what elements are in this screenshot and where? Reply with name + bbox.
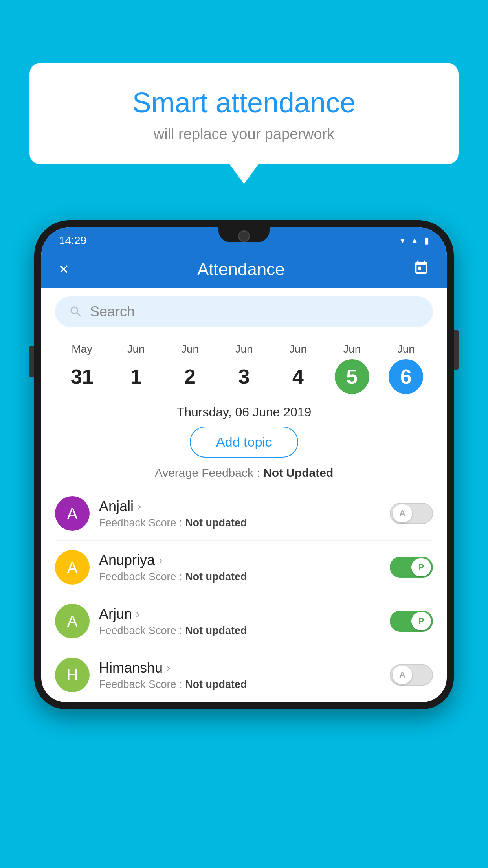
attendance-toggle[interactable]: A	[390, 664, 433, 686]
phone-side-button-left	[29, 346, 34, 377]
attendance-toggle[interactable]: A	[390, 503, 433, 524]
date-number: 2	[173, 359, 207, 394]
student-info: Himanshu ›Feedback Score : Not updated	[99, 660, 380, 691]
student-avatar: A	[55, 496, 90, 531]
speech-bubble: Smart attendance will replace your paper…	[29, 63, 459, 164]
avg-feedback-value: Not Updated	[263, 466, 333, 479]
student-feedback: Feedback Score : Not updated	[99, 625, 380, 637]
bubble-subtitle: will replace your paperwork	[53, 126, 435, 143]
average-feedback: Average Feedback : Not Updated	[41, 466, 447, 480]
student-feedback: Feedback Score : Not updated	[99, 517, 380, 529]
date-item-3[interactable]: Jun3	[227, 343, 261, 394]
date-item-4[interactable]: Jun4	[281, 343, 315, 394]
add-topic-button[interactable]: Add topic	[190, 427, 298, 458]
student-item: AAnjali ›Feedback Score : Not updatedA	[55, 487, 433, 541]
date-item-5[interactable]: Jun5	[335, 343, 369, 394]
toggle-knob: P	[411, 612, 431, 630]
date-number: 5	[335, 359, 369, 394]
student-info: Anupriya ›Feedback Score : Not updated	[99, 552, 380, 583]
search-placeholder: Search	[90, 303, 135, 320]
student-item: AAnupriya ›Feedback Score : Not updatedP	[55, 541, 433, 594]
toggle-knob: A	[393, 666, 412, 684]
student-avatar: A	[55, 550, 90, 585]
toggle-knob: A	[393, 504, 412, 522]
date-month: Jun	[397, 343, 415, 355]
app-bar: × Attendance	[41, 251, 447, 288]
date-month: Jun	[235, 343, 253, 355]
date-number: 4	[281, 359, 315, 394]
student-name[interactable]: Anupriya ›	[99, 552, 380, 568]
chevron-icon: ›	[136, 608, 139, 620]
date-month: Jun	[181, 343, 199, 355]
date-number: 1	[119, 359, 153, 394]
student-feedback: Feedback Score : Not updated	[99, 571, 380, 583]
selected-date-label: Thursday, 06 June 2019	[41, 405, 447, 419]
phone-notch	[218, 227, 270, 242]
attendance-toggle[interactable]: P	[390, 611, 433, 632]
calendar-icon[interactable]	[413, 260, 429, 279]
student-item: HHimanshu ›Feedback Score : Not updatedA	[55, 648, 433, 702]
phone-camera	[238, 230, 250, 242]
battery-icon: ▮	[424, 235, 429, 246]
student-item: AArjun ›Feedback Score : Not updatedP	[55, 594, 433, 648]
date-item-0[interactable]: May31	[65, 343, 99, 394]
phone-outer: 14:29 ▾ ▲ ▮ × Attendance	[34, 220, 454, 709]
toggle-knob: P	[411, 558, 431, 576]
date-item-2[interactable]: Jun2	[173, 343, 207, 394]
search-bar[interactable]: Search	[55, 296, 433, 327]
date-month: Jun	[289, 343, 307, 355]
student-name[interactable]: Arjun ›	[99, 606, 380, 622]
date-month: Jun	[127, 343, 145, 355]
status-time: 14:29	[59, 234, 86, 247]
avg-feedback-label: Average Feedback :	[155, 466, 263, 479]
student-name[interactable]: Himanshu ›	[99, 660, 380, 676]
date-item-1[interactable]: Jun1	[119, 343, 153, 394]
close-button[interactable]: ×	[59, 260, 69, 279]
date-number: 31	[65, 359, 99, 394]
date-number: 6	[389, 359, 423, 394]
student-info: Anjali ›Feedback Score : Not updated	[99, 498, 380, 529]
student-avatar: H	[55, 658, 90, 692]
student-feedback: Feedback Score : Not updated	[99, 679, 380, 691]
chevron-icon: ›	[138, 500, 141, 513]
phone-mockup: 14:29 ▾ ▲ ▮ × Attendance	[34, 220, 454, 868]
chevron-icon: ›	[167, 662, 170, 674]
attendance-toggle[interactable]: P	[390, 557, 433, 578]
date-month: Jun	[343, 343, 361, 355]
date-item-6[interactable]: Jun6	[389, 343, 423, 394]
speech-bubble-container: Smart attendance will replace your paper…	[29, 63, 459, 164]
date-number: 3	[227, 359, 261, 394]
status-icons: ▾ ▲ ▮	[400, 235, 429, 246]
chevron-icon: ›	[159, 554, 162, 566]
wifi-icon: ▾	[400, 235, 405, 246]
student-name[interactable]: Anjali ›	[99, 498, 380, 515]
student-info: Arjun ›Feedback Score : Not updated	[99, 606, 380, 637]
search-icon	[69, 305, 83, 319]
student-list: AAnjali ›Feedback Score : Not updatedAAA…	[41, 487, 447, 702]
date-month: May	[72, 343, 92, 355]
phone-side-button-right	[454, 330, 459, 370]
student-avatar: A	[55, 604, 90, 638]
bubble-title: Smart attendance	[53, 86, 435, 119]
phone-screen: 14:29 ▾ ▲ ▮ × Attendance	[41, 227, 447, 702]
signal-icon: ▲	[410, 235, 419, 246]
app-bar-title: Attendance	[69, 259, 413, 279]
date-selector: May31Jun1Jun2Jun3Jun4Jun5Jun6	[41, 336, 447, 401]
